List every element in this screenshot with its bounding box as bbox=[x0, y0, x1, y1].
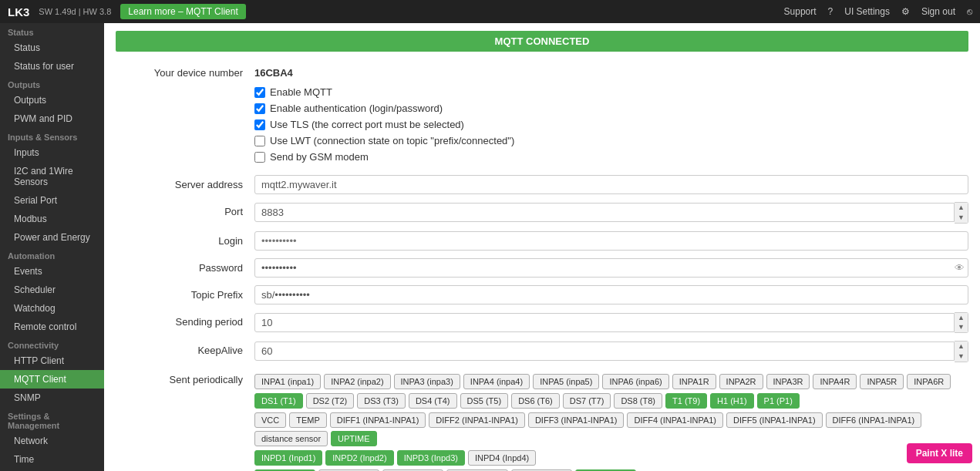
tag[interactable]: T1 (T9) bbox=[665, 393, 707, 409]
tag[interactable]: UPTIME bbox=[331, 431, 377, 446]
tag[interactable]: P1 (P1) bbox=[757, 393, 800, 409]
sidebar-item-events[interactable]: Events bbox=[0, 262, 104, 281]
keepalive-down-btn[interactable]: ▼ bbox=[955, 352, 968, 362]
sending-period-up-btn[interactable]: ▲ bbox=[955, 313, 968, 323]
sending-period-down-btn[interactable]: ▼ bbox=[955, 322, 968, 332]
sign-out-link[interactable]: Sign out bbox=[921, 6, 955, 17]
sidebar: StatusStatusStatus for userOutputsOutput… bbox=[0, 23, 104, 471]
server-address-input[interactable] bbox=[254, 175, 968, 194]
port-input[interactable] bbox=[254, 203, 955, 222]
sidebar-item-scheduler[interactable]: Scheduler bbox=[0, 281, 104, 299]
tag[interactable]: DS2 (T2) bbox=[306, 393, 355, 409]
sidebar-item-watchdog[interactable]: Watchdog bbox=[0, 299, 104, 318]
checkboxes-row: Enable MQTT Enable authentication (login… bbox=[116, 86, 968, 167]
tag[interactable]: INPD1 (Inpd1) bbox=[254, 450, 322, 466]
tag[interactable]: INPA6R bbox=[907, 374, 951, 389]
tag[interactable]: VCC bbox=[254, 412, 286, 428]
keepalive-input[interactable] bbox=[254, 341, 955, 361]
tag[interactable]: H1 (H1) bbox=[710, 393, 754, 409]
sidebar-item-modbus[interactable]: Modbus bbox=[0, 210, 104, 228]
tag[interactable]: DS6 (T6) bbox=[511, 393, 560, 409]
tag[interactable]: TEMP bbox=[289, 412, 327, 428]
ui-settings-link[interactable]: UI Settings bbox=[844, 6, 890, 17]
sidebar-item-inputs[interactable]: Inputs bbox=[0, 143, 104, 162]
tag[interactable]: INPA2R bbox=[719, 374, 763, 389]
use-tls-checkbox[interactable] bbox=[254, 119, 265, 130]
sidebar-item-remote-control[interactable]: Remote control bbox=[0, 318, 104, 336]
sending-period-input[interactable] bbox=[254, 313, 955, 332]
content-area: MQTT CONNECTED Your device number 16CBA4… bbox=[104, 23, 980, 471]
tag[interactable]: INPA4 (inpa4) bbox=[463, 374, 530, 389]
device-number-value: 16CBA4 bbox=[254, 63, 293, 79]
send-gsm-checkbox[interactable] bbox=[254, 152, 265, 163]
port-row: Port ▲ ▼ bbox=[116, 202, 968, 224]
sidebar-item-i2c-and-1wire-sensors[interactable]: I2C and 1Wire Sensors bbox=[0, 162, 104, 191]
tag[interactable]: DS3 (T3) bbox=[357, 393, 406, 409]
sidebar-item-snmp[interactable]: SNMP bbox=[0, 389, 104, 407]
sidebar-section-connectivity: Connectivity bbox=[0, 336, 104, 352]
tag[interactable]: INPA3R bbox=[766, 374, 810, 389]
port-spinner-btns: ▲ ▼ bbox=[955, 202, 968, 224]
tag[interactable]: distance sensor bbox=[254, 431, 328, 446]
sidebar-section-status: Status bbox=[0, 23, 104, 39]
sidebar-item-time[interactable]: Time bbox=[0, 450, 104, 469]
tag[interactable]: INPA1R bbox=[672, 374, 716, 389]
paint-x-button[interactable]: Paint X lite bbox=[907, 443, 972, 463]
enable-auth-label: Enable authentication (login/password) bbox=[270, 103, 443, 114]
port-up-btn[interactable]: ▲ bbox=[955, 203, 968, 213]
send-gsm-row: Send by GSM modem bbox=[254, 151, 968, 163]
tag[interactable]: INPD3 (Inpd3) bbox=[397, 450, 465, 466]
tag[interactable]: INPD2 (Inpd2) bbox=[325, 450, 393, 466]
tag[interactable]: DIFF4 (INPA1-INPA1) bbox=[627, 412, 723, 428]
topbar: LK3 SW 1.49d | HW 3.8 Learn more – MQTT … bbox=[0, 0, 980, 23]
topic-prefix-input[interactable] bbox=[254, 285, 968, 304]
sidebar-item-outputs[interactable]: Outputs bbox=[0, 91, 104, 109]
sidebar-item-status-for-user[interactable]: Status for user bbox=[0, 57, 104, 76]
password-input[interactable] bbox=[254, 258, 968, 278]
tag[interactable]: INPA1 (inpa1) bbox=[254, 374, 321, 389]
tag[interactable]: INPA3 (inpa3) bbox=[394, 374, 460, 389]
password-toggle-icon[interactable]: 👁 bbox=[955, 262, 965, 274]
use-lwt-checkbox[interactable] bbox=[254, 136, 265, 146]
sending-period-row: Sending period ▲ ▼ bbox=[116, 312, 968, 334]
sidebar-section-automation: Automation bbox=[0, 247, 104, 262]
sidebar-item-status[interactable]: Status bbox=[0, 39, 104, 57]
tag[interactable]: INPA2 (inpa2) bbox=[324, 374, 390, 389]
tag[interactable]: INPA6 (inpa6) bbox=[602, 374, 668, 389]
sidebar-item-http-client[interactable]: HTTP Client bbox=[0, 352, 104, 370]
keepalive-control: ▲ ▼ bbox=[254, 341, 968, 362]
tag[interactable]: INPD4 (Inpd4) bbox=[468, 450, 536, 466]
tag[interactable]: DIFF1 (INPA1-INPA1) bbox=[330, 412, 426, 428]
enable-auth-checkbox[interactable] bbox=[254, 103, 265, 114]
sidebar-item-serial-port[interactable]: Serial Port bbox=[0, 191, 104, 210]
keepalive-up-btn[interactable]: ▲ bbox=[955, 341, 968, 352]
sidebar-item-mqtt-client[interactable]: MQTT Client bbox=[0, 370, 104, 389]
tag[interactable]: INPA5R bbox=[860, 374, 904, 389]
topbar-left: LK3 SW 1.49d | HW 3.8 Learn more – MQTT … bbox=[8, 4, 246, 19]
tag[interactable]: DIFF6 (INPA1-INPA1) bbox=[826, 412, 922, 428]
sidebar-item-power-and-energy[interactable]: Power and Energy bbox=[0, 228, 104, 247]
tag[interactable]: INPA5 (inpa5) bbox=[533, 374, 599, 389]
sidebar-item-network[interactable]: Network bbox=[0, 432, 104, 450]
tag[interactable]: DS4 (T4) bbox=[409, 393, 457, 409]
learn-more-button[interactable]: Learn more – MQTT Client bbox=[120, 4, 246, 19]
tag[interactable]: INPA4R bbox=[813, 374, 857, 389]
tag[interactable]: DIFF5 (INPA1-INPA1) bbox=[726, 412, 823, 428]
support-link[interactable]: Support bbox=[784, 6, 817, 17]
tag[interactable]: DS8 (T8) bbox=[614, 393, 662, 409]
tag[interactable]: DIFF2 (INPA1-INPA1) bbox=[429, 412, 525, 428]
topbar-right: Support ? UI Settings ⚙ Sign out ⎋ bbox=[784, 6, 972, 17]
tag[interactable]: DS1 (T1) bbox=[254, 393, 303, 409]
login-input[interactable] bbox=[254, 231, 968, 251]
sidebar-section-outputs: Outputs bbox=[0, 76, 104, 91]
port-down-btn[interactable]: ▼ bbox=[955, 213, 968, 223]
use-tls-label: Use TLS (the correct port must be select… bbox=[270, 119, 464, 130]
app-version: SW 1.49d | HW 3.8 bbox=[39, 7, 111, 16]
tag[interactable]: DS5 (T5) bbox=[460, 393, 509, 409]
sidebar-item-pwm-and-pid[interactable]: PWM and PID bbox=[0, 109, 104, 128]
tag[interactable]: DS7 (T7) bbox=[563, 393, 611, 409]
signout-icon: ⎋ bbox=[967, 6, 972, 17]
sending-period-spinner-btns: ▲ ▼ bbox=[955, 312, 968, 334]
enable-mqtt-checkbox[interactable] bbox=[254, 87, 265, 98]
tag[interactable]: DIFF3 (INPA1-INPA1) bbox=[528, 412, 625, 428]
